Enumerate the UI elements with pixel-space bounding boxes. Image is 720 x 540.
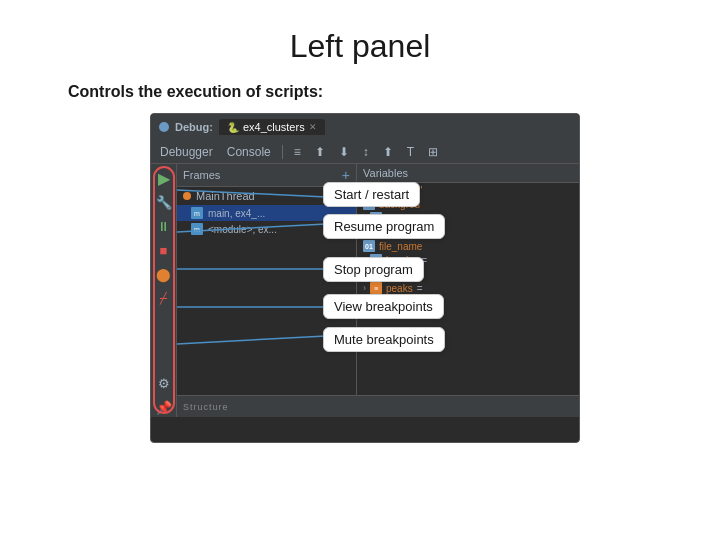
frames-label: Frames xyxy=(183,169,220,181)
subtitle: Controls the execution of scripts: xyxy=(0,83,720,113)
sidebar-bp-icon[interactable]: ⬤ xyxy=(154,264,174,284)
callout-view-breakpoints: View breakpoints xyxy=(323,294,444,319)
callout-start-restart: Start / restart xyxy=(323,182,420,207)
sidebar-gear-icon[interactable]: ⚙ xyxy=(154,373,174,393)
tab-close-icon[interactable]: ✕ xyxy=(309,122,317,132)
ide-left-sidebar: ▶ 🔧 ⏸ ■ ⬤ ╱ ⚙ 📌 xyxy=(151,164,177,417)
var-icon-4: 01 xyxy=(363,240,375,252)
variables-label: Variables xyxy=(363,167,408,179)
var-name-7: peaks xyxy=(386,283,413,294)
ide-screenshot: Debug: 🐍 ex4_clusters ✕ Debugger Console… xyxy=(150,113,580,443)
debug-label: Debug: xyxy=(175,121,213,133)
var-row-4: 01 file_name xyxy=(357,239,579,253)
frame-label-1: main, ex4_... xyxy=(208,208,265,219)
callout-resume-program: Resume program xyxy=(323,214,445,239)
sidebar-wrench-icon[interactable]: 🔧 xyxy=(154,192,174,212)
var-name-4: file_name xyxy=(379,241,422,252)
var-eq-7: = xyxy=(417,283,423,294)
ide-tab-bar: Debug: 🐍 ex4_clusters ✕ xyxy=(151,114,579,140)
variables-panel-header: Variables xyxy=(357,164,579,183)
toolbar-icon-4[interactable]: ↕ xyxy=(360,145,372,159)
var-row-7: › ≡ peaks = xyxy=(357,281,579,295)
toolbar-icon-6[interactable]: T xyxy=(404,145,417,159)
debug-dot xyxy=(159,122,169,132)
frame-label-2: <module>, ex... xyxy=(208,224,277,235)
toolbar-icon-5[interactable]: ⬆ xyxy=(380,145,396,159)
sidebar-resume-icon[interactable]: ▶ xyxy=(154,168,174,188)
frame-icon-1: m xyxy=(191,207,203,219)
toolbar-icon-1[interactable]: ≡ xyxy=(291,145,304,159)
toolbar-icon-3[interactable]: ⬇ xyxy=(336,145,352,159)
sidebar-pause-icon[interactable]: ⏸ xyxy=(154,216,174,236)
console-btn[interactable]: Console xyxy=(224,145,274,159)
sidebar-mute-icon[interactable]: ╱ xyxy=(154,288,174,308)
thread-name: MainThread xyxy=(196,190,255,202)
structure-label: Structure xyxy=(183,402,229,412)
sidebar-pin-icon[interactable]: 📌 xyxy=(154,397,174,417)
ide-toolbar: Debugger Console ≡ ⬆ ⬇ ↕ ⬆ T ⊞ xyxy=(151,140,579,164)
ide-bottom-bar: Structure xyxy=(177,395,579,417)
toolbar-icon-2[interactable]: ⬆ xyxy=(312,145,328,159)
toolbar-separator xyxy=(282,145,283,159)
callout-mute-breakpoints: Mute breakpoints xyxy=(323,327,445,352)
thread-dot xyxy=(183,192,191,200)
active-tab[interactable]: 🐍 ex4_clusters ✕ xyxy=(219,119,325,135)
frames-add-btn[interactable]: + xyxy=(342,167,350,183)
callout-stop-program: Stop program xyxy=(323,257,424,282)
sidebar-stop-icon[interactable]: ■ xyxy=(154,240,174,260)
tab-name: ex4_clusters xyxy=(243,121,305,133)
toolbar-icon-7[interactable]: ⊞ xyxy=(425,145,441,159)
page-title: Left panel xyxy=(0,0,720,83)
frame-icon-2: m xyxy=(191,223,203,235)
debugger-btn[interactable]: Debugger xyxy=(157,145,216,159)
var-icon-7: ≡ xyxy=(370,282,382,294)
